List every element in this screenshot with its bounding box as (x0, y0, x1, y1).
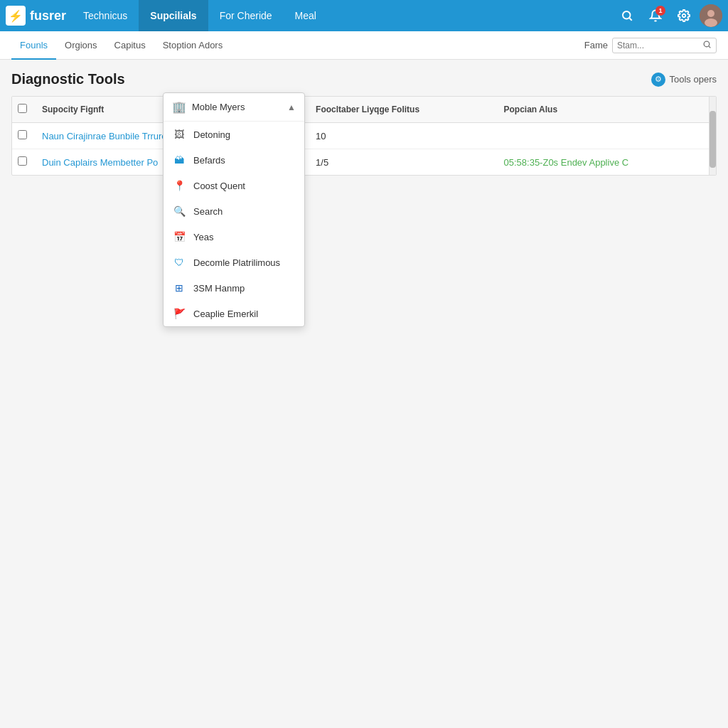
dropdown-item-label: Yeas (193, 232, 213, 242)
svg-line-1 (629, 18, 631, 20)
flag-icon: 🚩 (172, 306, 186, 321)
nav-item-supcilials[interactable]: Supcilials (139, 0, 208, 31)
col-header-foocltaber: Foocltaber Liyqge Folitus (307, 97, 495, 123)
select-all-checkbox-header[interactable] (12, 97, 33, 123)
row-2-name-link[interactable]: Duin Caplairs Membetter Po (42, 157, 158, 168)
chevron-up-icon: ▲ (287, 102, 296, 112)
pin-icon: 📍 (172, 178, 186, 193)
svg-point-5 (705, 18, 717, 27)
notification-badge: 1 (655, 6, 665, 16)
app-name: fusrer (30, 9, 66, 23)
dropdown-item-label: Decomle Platrilimous (193, 257, 280, 268)
dropdown-item-label: 3SM Hanmp (193, 283, 245, 294)
row-2-status: 05:58:35-Z0s Endev Applive C (504, 157, 629, 168)
row-1-name-link[interactable]: Naun Cirajinrae Bunbile Trrure (42, 131, 167, 141)
svg-point-0 (623, 11, 631, 19)
dropdown-item-label: Coost Quent (193, 181, 245, 191)
image-icon: 🖼 (172, 127, 186, 141)
scrollbar-thumb[interactable] (710, 111, 716, 168)
dropdown-header[interactable]: 🏢 Moble Myers ▲ (164, 93, 304, 122)
page-header: Diagnostic Tools ⚙ Tools opers (11, 71, 717, 87)
sub-nav-right: Fame (584, 38, 717, 53)
top-nav-icons: 1 (614, 3, 722, 28)
table-row: Naun Cirajinrae Bunbile Trrure 10 (12, 123, 716, 149)
data-table: Supocity Fignft Foocltaber Liyqge Folitu… (12, 97, 716, 175)
dropdown-item-label: Ceaplie Emerkil (193, 309, 258, 319)
vertical-scrollbar[interactable] (709, 97, 716, 175)
dropdown-item-yeas[interactable]: 📅 Yeas (164, 224, 304, 250)
tools-opers-button[interactable]: ⚙ Tools opers (651, 73, 717, 87)
row-checkbox-1[interactable] (12, 123, 33, 149)
nav-item-technicus[interactable]: Technicus (72, 0, 139, 31)
row-1-checkbox[interactable] (18, 130, 27, 139)
dropdown-header-icon: 🏢 (172, 100, 186, 114)
mountain-icon: 🏔 (172, 153, 186, 167)
row-2-col5: 05:58:35-Z0s Endev Applive C (496, 149, 716, 176)
dropdown-item-decomle[interactable]: 🛡 Decomle Platrilimous (164, 250, 304, 275)
user-avatar[interactable] (700, 4, 722, 27)
top-navigation: ⚡ fusrer Technicus Supcilials For Cherid… (0, 0, 728, 31)
row-2-col4: 1/5 (307, 149, 495, 176)
notification-icon-button[interactable]: 1 (643, 3, 668, 28)
search-container (612, 38, 717, 53)
search-submit-icon[interactable] (702, 40, 712, 51)
table-row: Duin Caplairs Membetter Po 1/5 05:58:35-… (12, 149, 716, 176)
nav-item-meal[interactable]: Meal (284, 0, 328, 31)
svg-point-6 (704, 41, 710, 47)
grid-icon: ⊞ (172, 281, 186, 295)
calendar-icon: 📅 (172, 230, 186, 244)
dropdown-header-left: 🏢 Moble Myers (172, 100, 245, 114)
subnav-founls[interactable]: Founls (11, 32, 56, 60)
sub-nav-items: Founls Orgions Capitus Stoption Adors (11, 31, 584, 59)
app-logo[interactable]: ⚡ fusrer (6, 6, 66, 26)
dropdown-item-coost-quent[interactable]: 📍 Coost Quent (164, 173, 304, 198)
row-checkbox-2[interactable] (12, 149, 33, 176)
dropdown-item-label: Search (193, 206, 223, 217)
table-header-row: Supocity Fignft Foocltaber Liyqge Folitu… (12, 97, 716, 123)
subnav-stoption-adors[interactable]: Stoption Adors (154, 32, 232, 60)
data-table-wrapper: Supocity Fignft Foocltaber Liyqge Folitu… (11, 96, 717, 176)
dropdown-item-3sm-hanmp[interactable]: ⊞ 3SM Hanmp (164, 275, 304, 301)
tools-button-label: Tools opers (670, 74, 717, 85)
row-2-checkbox[interactable] (18, 156, 27, 166)
dropdown-menu: 🏢 Moble Myers ▲ 🖼 Detoning 🏔 Befards 📍 C… (163, 92, 305, 327)
svg-point-4 (707, 10, 714, 17)
main-content: Diagnostic Tools ⚙ Tools opers Supocity … (0, 60, 728, 728)
select-all-checkbox[interactable] (18, 104, 27, 113)
col-header-popcian: Popcian Alus (496, 97, 716, 123)
row-1-col4: 10 (307, 123, 495, 149)
sub-navigation: Founls Orgions Capitus Stoption Adors Fa… (0, 31, 728, 60)
search-icon-button[interactable] (614, 3, 640, 28)
shield-icon: 🛡 (172, 255, 186, 269)
nav-item-forcheride[interactable]: For Cheride (208, 0, 284, 31)
top-nav-items: Technicus Supcilials For Cheride Meal (72, 0, 614, 31)
search-item-icon: 🔍 (172, 204, 186, 218)
dropdown-item-search[interactable]: 🔍 Search (164, 198, 304, 224)
svg-line-7 (709, 46, 710, 48)
tools-icon: ⚙ (651, 73, 665, 87)
dropdown-header-title: Moble Myers (192, 102, 245, 112)
dropdown-item-label: Detoning (193, 129, 230, 140)
subnav-orgions[interactable]: Orgions (56, 32, 106, 60)
dropdown-item-befards[interactable]: 🏔 Befards (164, 147, 304, 173)
dropdown-item-ceaplie[interactable]: 🚩 Ceaplie Emerkil (164, 301, 304, 326)
page-title: Diagnostic Tools (11, 71, 125, 87)
subnav-capitus[interactable]: Capitus (106, 32, 154, 60)
row-1-col5 (496, 123, 716, 149)
dropdown-item-label: Befards (193, 155, 225, 166)
logo-icon: ⚡ (6, 6, 26, 26)
svg-point-2 (682, 14, 686, 18)
fame-search-input[interactable] (617, 41, 702, 50)
settings-icon-button[interactable] (671, 3, 697, 28)
search-label: Fame (584, 40, 608, 50)
dropdown-item-detoning[interactable]: 🖼 Detoning (164, 122, 304, 147)
